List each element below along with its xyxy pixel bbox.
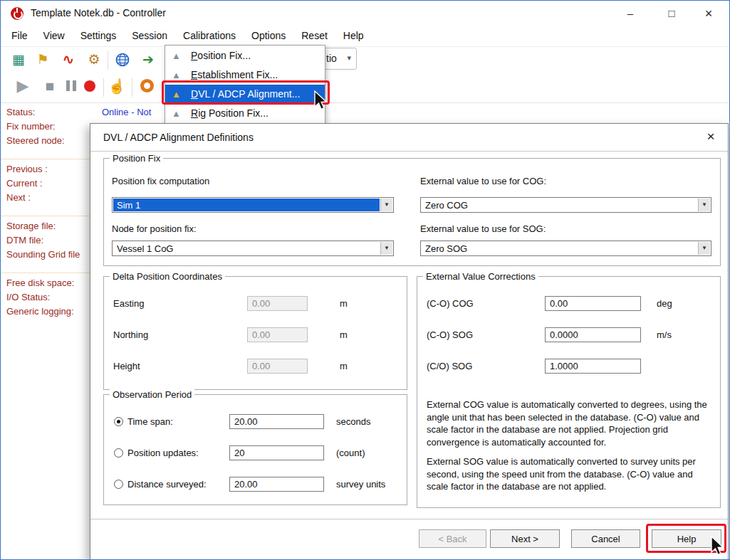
status-label-steered-node: Steered node: (6, 135, 65, 146)
calibrations-menu: ▲Position Fix...▲Establishment Fix...▲DV… (165, 45, 325, 125)
play-icon[interactable]: ▶ (14, 77, 32, 95)
northing-label: Northing (113, 329, 148, 340)
distance-surveyed-radio[interactable] (114, 480, 123, 489)
menu-settings[interactable]: Settings (73, 26, 125, 45)
maximize-button[interactable]: □ (655, 1, 688, 26)
status-label-generic-logging: Generic logging: (6, 306, 74, 317)
node-for-position-fix-combo[interactable]: Vessel 1 CoG ▼ (112, 241, 394, 256)
dropdown-arrow-icon[interactable]: ▼ (380, 242, 392, 255)
menu-reset[interactable]: Reset (293, 26, 335, 45)
group-legend: Observation Period (110, 389, 194, 400)
group-legend: Delta Position Coordinates (110, 271, 225, 282)
cog-conversion-note: External COG value is automatically conv… (427, 398, 713, 448)
group-legend: External Value Corrections (423, 271, 538, 282)
status-label-storage-file: Storage file: (6, 221, 56, 231)
toolbar-separator (108, 51, 108, 70)
status-label-current: Current : (6, 178, 43, 189)
dropdown-arrow-icon[interactable]: ▼ (698, 242, 710, 255)
c-o-cog-unit: deg (657, 298, 672, 309)
pause-icon[interactable] (62, 77, 80, 95)
height-input (247, 359, 308, 374)
node-for-position-fix-label: Node for position fix: (112, 223, 197, 234)
status-label-free-disk-space: Free disk space: (6, 278, 74, 288)
northing-input (247, 327, 308, 342)
position-fix-computation-combo[interactable]: Sim 1 ▼ (112, 197, 394, 213)
dialog-title: DVL / ADCP Alignment Definitions (103, 132, 254, 143)
menu-session[interactable]: Session (124, 26, 175, 45)
app-power-icon (11, 7, 24, 20)
menu-file[interactable]: File (4, 26, 36, 45)
menu-item-rig-position-fix[interactable]: ▲Rig Position Fix... (165, 104, 325, 123)
c-o-sog-input[interactable] (545, 327, 641, 342)
external-cog-combo[interactable]: Zero COG ▼ (420, 197, 711, 213)
grid-icon[interactable]: ▦ (9, 51, 28, 69)
c-o-sog-input[interactable] (545, 359, 641, 374)
status-group-divider (1, 216, 90, 216)
external-sog-combo[interactable]: Zero SOG ▼ (420, 241, 711, 256)
time-span-radio[interactable] (114, 417, 123, 426)
dialog-close-icon[interactable]: × (702, 128, 719, 145)
northing-unit: m (340, 329, 348, 340)
dropdown-arrow-icon[interactable]: ▼ (380, 199, 392, 211)
menu-view[interactable]: View (36, 26, 73, 45)
sog-conversion-note: External SOG value is automatically conv… (427, 455, 713, 493)
status-label-status: Status: (6, 107, 35, 117)
record-icon[interactable] (80, 77, 99, 95)
status-label-i-o-status: I/O Status: (6, 292, 50, 302)
easting-unit: m (340, 298, 348, 309)
menu-calibrations[interactable]: Calibrations (175, 26, 244, 45)
position-updates-input[interactable] (229, 445, 324, 460)
c-o-sog-unit: m/s (657, 329, 672, 340)
dropdown-arrow-icon[interactable]: ▼ (698, 199, 710, 211)
hand-icon[interactable]: ☝ (108, 77, 126, 95)
c-o-sog-label: (C-O) SOG (427, 329, 473, 340)
life-ring-icon[interactable] (137, 77, 156, 95)
toolbar-row-1: ▦ ⚑ ∿ ⚙ ➔ (1, 46, 729, 73)
status-group-divider (1, 159, 90, 159)
time-span-input[interactable] (229, 414, 324, 429)
status-label-sounding-grid-file: Sounding Grid file (6, 249, 80, 260)
export-icon[interactable]: ➔ (139, 51, 157, 69)
help-button[interactable]: Help (652, 529, 721, 548)
height-unit: m (340, 361, 348, 371)
dialog-divider (90, 151, 728, 152)
menu-item-dvl-adcp-alignment[interactable]: ▲DVL / ADCP Alignment... (165, 85, 325, 104)
menu-bar: FileViewSettingsSessionCalibrationsOptio… (4, 26, 729, 46)
dialog: DVL / ADCP Alignment Definitions × Posit… (90, 123, 729, 560)
flag-icon[interactable]: ⚑ (33, 51, 52, 69)
dialog-divider (90, 519, 728, 520)
chevron-down-icon: ▾ (347, 53, 351, 63)
position-fix-computation-label: Position fix computation (112, 176, 209, 186)
external-sog-label: External value to use for SOG: (420, 223, 546, 234)
toolbar-separator (103, 78, 104, 97)
back-button: < Back (419, 529, 486, 548)
status-label-previous: Previous : (6, 164, 48, 174)
tripod-icon: ▲ (172, 104, 186, 123)
distance-surveyed-input[interactable] (229, 477, 324, 492)
c-o-cog-input[interactable] (545, 296, 641, 311)
combo-value: Zero COG (422, 199, 697, 211)
next-button[interactable]: Next > (490, 529, 560, 548)
easting-input (247, 296, 308, 311)
combo-value: Sim 1 (113, 199, 380, 211)
time-span-label: Time span: (127, 416, 173, 427)
position-updates-radio[interactable] (114, 448, 123, 458)
gears-icon[interactable]: ⚙ (85, 51, 103, 69)
menu-item-establishment-fix[interactable]: ▲Establishment Fix... (165, 65, 325, 85)
tripod-icon: ▲ (172, 46, 186, 65)
toolbar-separator (132, 78, 132, 97)
menu-item-position-fix[interactable]: ▲Position Fix... (165, 46, 325, 65)
stop-icon[interactable]: ■ (41, 77, 59, 95)
menu-options[interactable]: Options (244, 26, 293, 45)
c-o-cog-label: (C-O) COG (427, 298, 474, 309)
position-updates-label: Position updates: (127, 448, 199, 458)
close-button[interactable]: × (692, 1, 725, 26)
group-legend: Position Fix (110, 153, 163, 164)
globe-icon[interactable] (113, 51, 132, 69)
menu-help[interactable]: Help (335, 26, 372, 45)
menu-item-label: Rig Position Fix... (191, 107, 268, 119)
window-title: Template Notek.db - Controller (31, 7, 166, 19)
minimize-button[interactable]: – (614, 1, 647, 26)
cancel-button[interactable]: Cancel (571, 529, 640, 548)
curve-icon[interactable]: ∿ (59, 51, 78, 69)
